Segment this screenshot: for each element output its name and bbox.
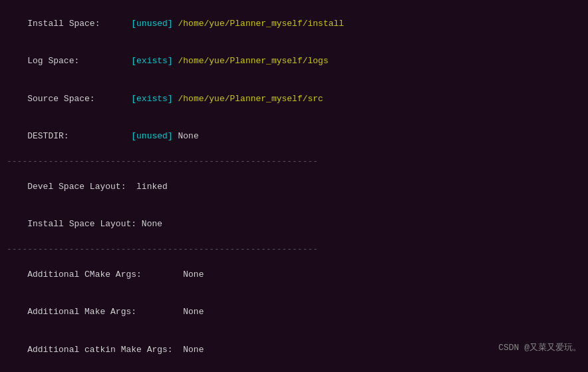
- make-server-line: Internal Make Job Server: True: [7, 369, 581, 372]
- cmake-args-line: Additional CMake Args: None: [7, 256, 581, 294]
- make-args-line: Additional Make Args: None: [7, 293, 581, 331]
- log-space-line: Log Space: [exists] /home/yue/Planner_my…: [7, 43, 581, 81]
- destdir-line: DESTDIR: [unused] None: [7, 118, 581, 156]
- watermark: CSDN @又菜又爱玩。: [498, 341, 581, 353]
- catkin-args-line: Additional catkin Make Args: None: [7, 331, 581, 369]
- install-layout-line: Install Space Layout: None: [7, 206, 581, 244]
- devel-layout-line: Devel Space Layout: linked: [7, 168, 581, 206]
- source-space-line: Source Space: [exists] /home/yue/Planner…: [7, 81, 581, 118]
- install-space-line: Install Space: [unused] /home/yue/Planne…: [7, 5, 581, 43]
- terminal-window: Install Space: [unused] /home/yue/Planne…: [0, 0, 588, 372]
- separator-1: ----------------------------------------…: [7, 156, 581, 168]
- separator-2: ----------------------------------------…: [7, 244, 581, 256]
